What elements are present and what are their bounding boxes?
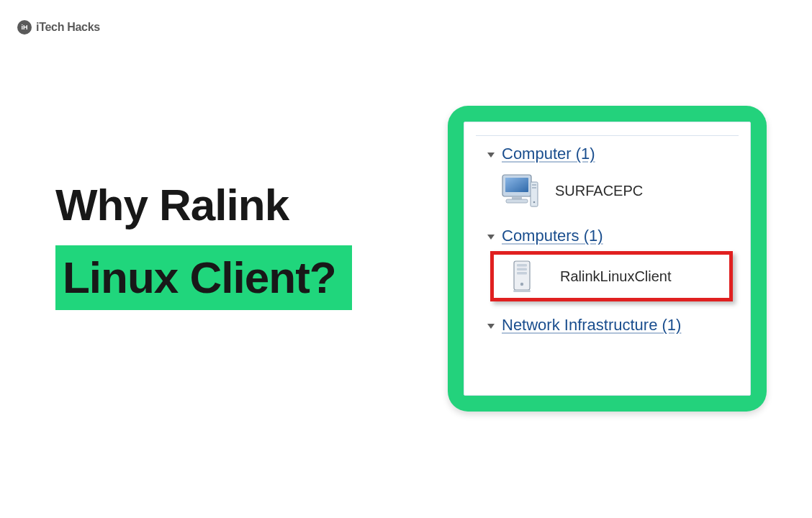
svg-rect-12 <box>517 272 527 275</box>
group-header-computers[interactable]: Computers (1) <box>467 221 747 248</box>
svg-rect-3 <box>512 196 522 199</box>
chevron-down-icon <box>487 324 495 329</box>
device-label: SURFACEPC <box>555 183 643 199</box>
network-panel-frame: Computer (1) <box>448 106 767 412</box>
headline-line-1: Why Ralink <box>55 181 352 228</box>
svg-rect-4 <box>506 199 528 203</box>
logo-text: iTech Hacks <box>36 21 100 34</box>
chevron-down-icon <box>487 235 495 240</box>
desktop-pc-icon <box>499 172 541 209</box>
logo-badge-icon: iH <box>17 20 32 35</box>
svg-rect-10 <box>517 264 527 267</box>
svg-rect-7 <box>532 187 536 188</box>
svg-point-13 <box>520 283 523 286</box>
highlighted-device-box: RalinkLinuxClient <box>490 251 733 301</box>
site-logo: iH iTech Hacks <box>17 20 100 35</box>
group-computers: Computers (1) RalinkLinuxClie <box>467 218 747 307</box>
device-label: RalinkLinuxClient <box>560 268 672 285</box>
article-headline: Why Ralink Linux Client? <box>55 181 352 310</box>
headline-line-2: Linux Client? <box>63 253 336 302</box>
svg-rect-14 <box>513 290 531 292</box>
chevron-down-icon <box>487 153 495 158</box>
tower-icon <box>501 258 543 295</box>
svg-rect-11 <box>517 268 527 271</box>
svg-point-8 <box>533 201 536 204</box>
device-ralinklinuxclient[interactable]: RalinkLinuxClient <box>494 255 729 298</box>
group-header-computer[interactable]: Computer (1) <box>467 139 747 166</box>
svg-rect-2 <box>505 178 528 192</box>
network-panel: Computer (1) <box>464 122 751 396</box>
headline-highlight: Linux Client? <box>55 245 352 310</box>
svg-rect-6 <box>532 184 536 186</box>
group-header-network-infrastructure[interactable]: Network Infrastructure (1) <box>467 310 747 337</box>
group-network-infrastructure: Network Infrastructure (1) <box>467 307 747 340</box>
group-label: Computers (1) <box>502 227 603 245</box>
group-computer: Computer (1) <box>467 136 747 218</box>
device-surfacepc[interactable]: SURFACEPC <box>467 166 747 215</box>
group-label: Computer (1) <box>502 145 595 163</box>
group-label: Network Infrastructure (1) <box>502 316 681 335</box>
